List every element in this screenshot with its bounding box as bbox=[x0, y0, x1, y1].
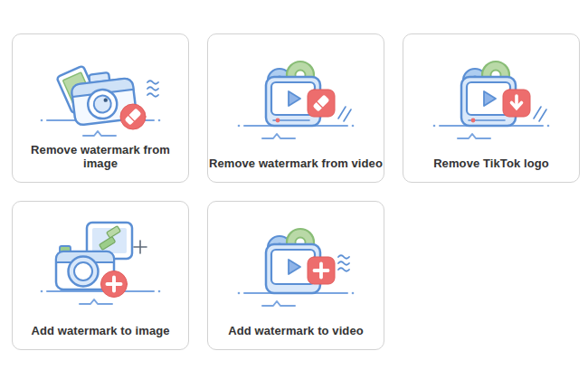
video-player-eraser-icon bbox=[208, 43, 384, 146]
card-label: Remove TikTok logo bbox=[403, 157, 579, 170]
card-label: Remove watermark from video bbox=[208, 157, 384, 170]
video-player-plus-icon bbox=[208, 210, 384, 313]
card-label: Add watermark to image bbox=[13, 324, 188, 337]
card-label: Remove watermark from image bbox=[13, 143, 188, 170]
watermark-tools-page: Remove watermark from image bbox=[0, 0, 588, 389]
card-add-watermark-to-image[interactable]: Add watermark to image bbox=[12, 201, 189, 350]
card-label: Add watermark to video bbox=[208, 324, 384, 337]
camera-eraser-icon bbox=[13, 43, 188, 146]
tool-card-grid: Remove watermark from image bbox=[12, 33, 580, 350]
camera-plus-icon bbox=[13, 210, 188, 313]
card-remove-watermark-from-image[interactable]: Remove watermark from image bbox=[12, 33, 189, 183]
card-add-watermark-to-video[interactable]: Add watermark to video bbox=[207, 201, 384, 350]
card-remove-watermark-from-video[interactable]: Remove watermark from video bbox=[207, 33, 384, 183]
card-remove-tiktok-logo[interactable]: Remove TikTok logo bbox=[403, 33, 580, 183]
video-player-download-icon bbox=[403, 43, 579, 146]
